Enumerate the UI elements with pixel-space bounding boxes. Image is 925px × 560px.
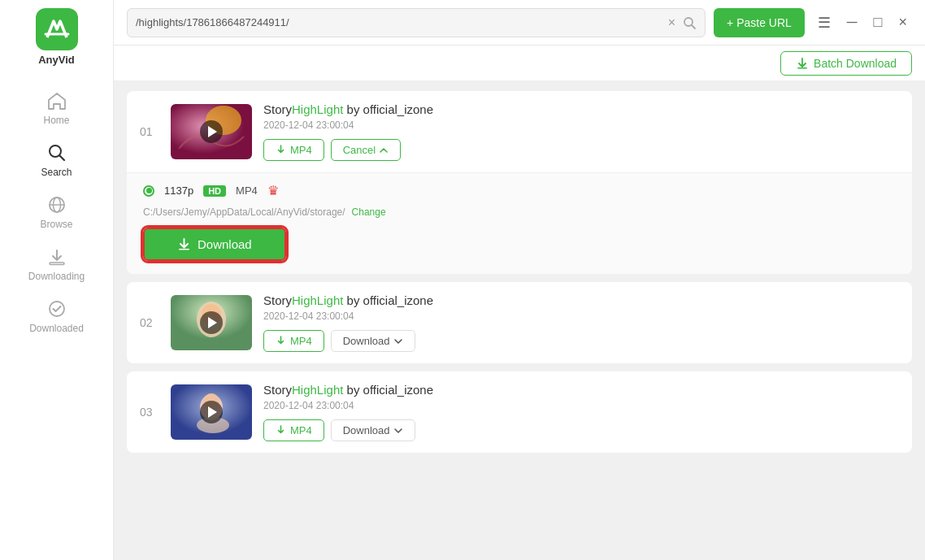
mp4-btn-1[interactable]: MP4 xyxy=(263,139,324,161)
batch-download-label: Batch Download xyxy=(814,57,897,70)
sidebar-item-browse[interactable]: Browse xyxy=(0,186,113,238)
video-actions-1: MP4 Cancel xyxy=(263,139,899,161)
title-suffix-3: by official_izone xyxy=(343,383,433,397)
paste-url-btn[interactable]: + Paste URL xyxy=(714,8,805,37)
thumbnail-2 xyxy=(171,295,252,350)
video-actions-3: MP4 Download xyxy=(263,419,899,441)
video-card-1: 01 xyxy=(127,91,912,274)
chevron-down-icon-2 xyxy=(393,336,403,346)
mp4-btn-3[interactable]: MP4 xyxy=(263,419,324,441)
play-btn-1[interactable] xyxy=(200,120,223,143)
quality-text-1: 1137p xyxy=(164,184,193,197)
sidebar-label-downloading: Downloading xyxy=(28,271,85,282)
big-download-btn-1[interactable]: Download xyxy=(143,228,286,261)
title-highlight-2: HighLight xyxy=(292,293,343,307)
sidebar-item-home[interactable]: Home xyxy=(0,82,113,134)
path-text-1: C:/Users/Jemy/AppData/Local/AnyVid/stora… xyxy=(143,206,345,218)
thumbnail-3 xyxy=(171,384,252,440)
batch-download-icon xyxy=(796,57,809,70)
search-icon xyxy=(46,142,67,163)
video-row-2: 02 xyxy=(127,282,912,363)
mp4-download-icon-2 xyxy=(276,336,286,346)
menu-btn[interactable]: ☰ xyxy=(813,12,836,33)
sidebar-label-home: Home xyxy=(43,115,69,126)
sidebar-item-downloaded[interactable]: Downloaded xyxy=(0,290,113,342)
mp4-download-icon-1 xyxy=(276,145,286,155)
svg-rect-9 xyxy=(797,67,807,69)
video-title-1: StoryHighLight by official_izone xyxy=(263,102,899,116)
video-title-2: StoryHighLight by official_izone xyxy=(263,293,899,307)
svg-point-6 xyxy=(50,302,64,316)
video-date-1: 2020-12-04 23:00:04 xyxy=(263,119,899,131)
browse-icon xyxy=(46,194,67,215)
mp4-btn-2[interactable]: MP4 xyxy=(263,330,324,352)
mp4-download-icon-3 xyxy=(276,425,286,436)
item-number-3: 03 xyxy=(140,406,159,419)
url-bar: /highlights/17861866487244911/ × xyxy=(127,8,706,37)
path-row-1: C:/Users/Jemy/AppData/Local/AnyVid/stora… xyxy=(143,206,896,218)
chevron-down-icon-3 xyxy=(393,426,403,436)
video-row-3: 03 xyxy=(127,371,912,453)
logo-area: AnyVid xyxy=(36,8,78,66)
title-highlight-3: HighLight xyxy=(292,383,343,397)
big-download-label-1: Download xyxy=(198,237,252,251)
video-card-3: 03 xyxy=(127,371,912,453)
main-area: /highlights/17861866487244911/ × + Paste… xyxy=(114,0,925,560)
batch-download-btn[interactable]: Batch Download xyxy=(780,51,912,76)
svg-rect-5 xyxy=(50,263,64,265)
video-info-1: StoryHighLight by official_izone 2020-12… xyxy=(263,102,899,161)
video-actions-2: MP4 Download xyxy=(263,330,899,352)
sidebar-item-search[interactable]: Search xyxy=(0,134,113,186)
play-btn-2[interactable] xyxy=(200,311,223,334)
sidebar-label-search: Search xyxy=(41,167,72,178)
video-row-1: 01 xyxy=(127,91,912,172)
url-clear-btn[interactable]: × xyxy=(668,16,675,29)
sidebar-item-downloading[interactable]: Downloading xyxy=(0,238,113,290)
thumbnail-1 xyxy=(171,104,252,159)
expanded-panel-1: 1137p HD MP4 ♛ C:/Users/Jemy/AppData/Loc… xyxy=(127,172,912,274)
header: /highlights/17861866487244911/ × + Paste… xyxy=(114,0,925,46)
url-text: /highlights/17861866487244911/ xyxy=(136,16,662,28)
hd-badge-1: HD xyxy=(203,185,226,197)
item-number-1: 01 xyxy=(140,125,159,138)
download-btn-2[interactable]: Download xyxy=(331,330,415,352)
format-label-1: MP4 xyxy=(236,184,258,197)
app-logo-icon xyxy=(36,8,78,50)
title-suffix-1: by official_izone xyxy=(343,102,433,116)
url-search-icon xyxy=(682,15,697,30)
item-number-2: 02 xyxy=(140,316,159,329)
quality-row-1: 1137p HD MP4 ♛ xyxy=(143,183,896,198)
downloading-icon xyxy=(46,246,67,267)
svg-line-1 xyxy=(59,156,64,161)
video-date-2: 2020-12-04 23:00:04 xyxy=(263,310,899,322)
sidebar: AnyVid Home Search Browse Downloading xyxy=(0,0,114,560)
title-prefix-1: Story xyxy=(263,102,292,116)
download-btn-3[interactable]: Download xyxy=(331,419,415,441)
content-area: 01 xyxy=(114,81,925,560)
title-suffix-2: by official_izone xyxy=(343,293,433,307)
sidebar-label-browse: Browse xyxy=(40,219,72,230)
video-card-2: 02 xyxy=(127,282,912,363)
radio-quality-1[interactable] xyxy=(143,185,154,197)
home-icon xyxy=(46,90,67,111)
crown-icon-1: ♛ xyxy=(267,183,279,198)
toolbar: Batch Download xyxy=(114,46,925,81)
title-highlight-1: HighLight xyxy=(292,102,343,116)
video-info-3: StoryHighLight by official_izone 2020-12… xyxy=(263,383,899,441)
title-prefix-3: Story xyxy=(263,383,292,397)
title-prefix-2: Story xyxy=(263,293,292,307)
maximize-btn[interactable]: □ xyxy=(869,12,888,33)
minimize-btn[interactable]: ─ xyxy=(842,12,862,33)
svg-rect-12 xyxy=(179,249,189,250)
svg-line-8 xyxy=(692,25,695,28)
app-name: AnyVid xyxy=(38,54,75,66)
chevron-up-icon-1 xyxy=(379,145,389,155)
video-title-3: StoryHighLight by official_izone xyxy=(263,383,899,397)
video-date-3: 2020-12-04 23:00:04 xyxy=(263,400,899,411)
close-btn[interactable]: × xyxy=(893,12,912,33)
change-link-1[interactable]: Change xyxy=(352,206,386,218)
video-info-2: StoryHighLight by official_izone 2020-12… xyxy=(263,293,899,352)
header-controls: ☰ ─ □ × xyxy=(813,12,912,33)
play-btn-3[interactable] xyxy=(200,401,223,423)
cancel-btn-1[interactable]: Cancel xyxy=(331,139,401,161)
